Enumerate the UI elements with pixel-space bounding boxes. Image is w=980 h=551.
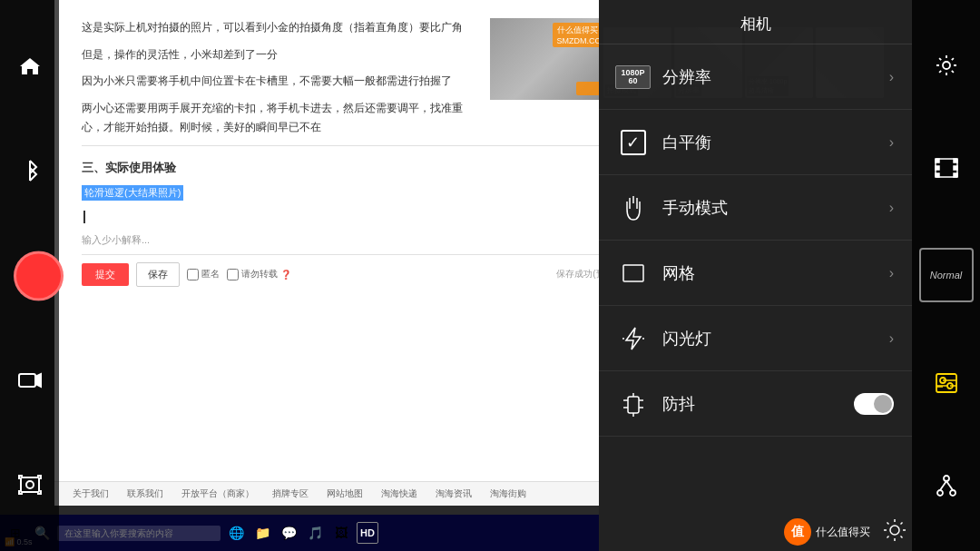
settings-item-flash[interactable]: 闪光灯 › [599,306,912,371]
manual-arrow: › [889,200,894,216]
footer-link-1[interactable]: 关于我们 [73,487,109,500]
resolution-icon: 1080P 60 [617,61,649,93]
form-row: 提交 保存 匿名 请勿转载 ❓ 保存成功(预览) [82,262,617,287]
film-filter-button[interactable] [924,145,969,191]
bluetooth-icon[interactable] [12,153,48,189]
svg-point-32 [890,526,899,535]
svg-line-37 [887,523,889,525]
taskbar-hd-icon: HD [357,522,378,544]
stabilizer-toggle[interactable] [854,393,894,415]
svg-line-39 [901,523,903,525]
manual-icon [617,192,649,223]
taskbar-music-icon[interactable]: 🎵 [304,522,326,544]
flash-label: 闪光灯 [662,328,889,349]
right-controls: Normal [912,0,980,551]
svg-point-27 [937,490,943,496]
svg-point-12 [943,62,950,69]
svg-rect-19 [954,166,957,170]
input-label: 输入少小解释... [82,233,617,247]
settings-item-grid[interactable]: 网格 › [599,241,912,306]
flash-icon [617,322,649,354]
sun-icon [882,517,907,546]
settings-panel: 相机 1080P 60 分辨率 › ✓ 白平衡 › [599,0,912,551]
home-button[interactable] [12,48,48,84]
logo-text: 什么值得买 [816,525,870,540]
logo-icon: 值 [784,518,811,546]
svg-marker-3 [35,374,41,387]
svg-rect-2 [19,374,35,387]
form-divider [82,254,617,255]
svg-rect-18 [936,166,939,170]
taskbar-folder-icon[interactable]: 📁 [251,522,273,544]
svg-rect-6 [623,265,643,281]
svg-rect-14 [936,159,939,162]
save-button[interactable]: 保存 [136,262,180,287]
footer-link-2[interactable]: 联系我们 [127,487,163,500]
bottom-right-logo: 值 什么值得买 [784,517,907,546]
footer-link-8[interactable]: 淘海街购 [490,487,526,500]
settings-title: 相机 [599,0,912,44]
grid-arrow: › [889,265,894,281]
stabilizer-icon [617,388,649,419]
section-title: 三、实际使用体验 [82,160,617,176]
svg-line-31 [946,481,953,490]
footer-link-7[interactable]: 淘海资讯 [436,487,472,500]
footer-link-6[interactable]: 淘海快递 [381,487,417,500]
branch-mode-button[interactable] [924,463,969,508]
resolution-label: 分辨率 [662,66,889,88]
cursor [83,211,91,223]
divider [82,145,617,146]
stabilizer-label: 防抖 [662,393,854,415]
webpage-content: 什么值得买SMZDM.COM 这是实际上机对拍摄的照片，可以看到小金的拍摄角度（… [54,0,644,490]
svg-rect-17 [954,173,957,177]
anonymous-checkbox[interactable] [187,269,199,280]
svg-rect-4 [21,477,39,492]
resolution-arrow: › [889,69,894,85]
white-balance-icon: ✓ [617,126,649,158]
svg-line-30 [940,481,946,490]
taskbar-browser-icon[interactable]: 🌐 [225,522,247,544]
svg-point-5 [26,481,34,488]
anonymous-check: 匿名 [187,268,220,280]
settings-item-manual[interactable]: 手动模式 › [599,175,912,241]
article-text-4: 两小心还需要用两手展开充缩的卡扣，将手机卡进去，然后还需要调平，找准重心，才能开… [82,99,617,138]
left-controls [0,0,59,551]
svg-point-28 [950,490,956,496]
record-button[interactable] [14,251,64,300]
settings-item-resolution[interactable]: 1080P 60 分辨率 › [599,44,912,110]
footer-link-4[interactable]: 捎牌专区 [272,487,309,500]
svg-rect-20 [936,374,956,392]
svg-line-40 [887,536,889,538]
highlight-text: 轮滑巡逻(大结果照片) [82,185,183,201]
settings-item-stabilizer[interactable]: 防抖 [599,371,912,437]
white-balance-arrow: › [889,134,894,151]
taskbar-search-input[interactable] [57,526,220,541]
submit-button[interactable]: 提交 [82,263,129,286]
footer-link-5[interactable]: 网站地图 [327,487,363,500]
laptop-screen: 什么值得买SMZDM.COM 这是实际上机对拍摄的照片，可以看到小金的拍摄角度（… [54,0,644,490]
taskbar-photo-icon[interactable]: 🖼 [330,522,352,544]
screenshot-button[interactable] [12,467,48,503]
grid-label: 网格 [662,262,889,284]
normal-label: Normal [930,270,962,280]
grid-icon [617,257,649,289]
svg-point-29 [944,476,949,481]
white-balance-label: 白平衡 [662,132,889,153]
footer-link-3[interactable]: 开放平台（商家） [181,487,254,500]
svg-rect-15 [954,159,957,162]
invite-check: 请勿转载 ❓ [227,268,291,280]
settings-item-white-balance[interactable]: ✓ 白平衡 › [599,110,912,175]
video-mode-button[interactable] [12,362,48,398]
taskbar-wechat-icon[interactable]: 💬 [278,522,299,544]
article-image: 什么值得买SMZDM.COM [490,18,617,100]
normal-mode-badge[interactable]: Normal [919,248,974,302]
invite-checkbox[interactable] [227,269,239,280]
settings-filter-button[interactable] [924,360,969,406]
svg-line-38 [901,536,903,538]
manual-label: 手动模式 [662,197,889,219]
settings-gear-button[interactable] [924,43,969,88]
flash-arrow: › [889,330,894,347]
footer-bar: 关于我们 联系我们 开放平台（商家） 捎牌专区 网站地图 淘海快递 淘海资讯 淘… [54,481,644,506]
cursor-area [82,208,617,224]
svg-rect-9 [628,397,639,413]
